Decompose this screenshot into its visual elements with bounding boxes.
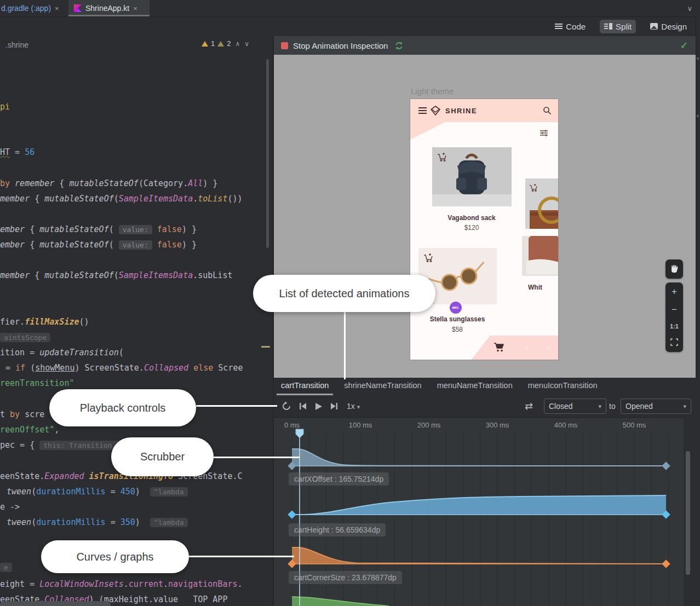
code-token: , xyxy=(54,425,59,435)
weak-warning-count: 2 xyxy=(227,39,231,48)
code-token: durationMillis xyxy=(36,487,105,497)
code-line[interactable]: member { mutableStateOf(SampleItemsData.… xyxy=(0,193,243,205)
code-token: showMenu xyxy=(35,363,74,373)
appbar-diagonal xyxy=(410,122,445,140)
code-token: member xyxy=(0,194,30,204)
code-line[interactable]: tween(durationMillis = 450) ^lambda xyxy=(7,486,188,498)
ruler-tick-label: 500 ms xyxy=(617,421,652,429)
play-button[interactable] xyxy=(314,402,323,411)
close-icon[interactable]: × xyxy=(55,4,59,13)
code-token: ^lambda xyxy=(150,518,188,527)
code-line[interactable]: pi xyxy=(0,101,10,113)
callout-bubble: Scrubber xyxy=(111,437,214,476)
code-token: ( xyxy=(114,194,119,204)
code-token: = xyxy=(106,517,121,527)
code-token: ( xyxy=(25,363,35,373)
code-token: = xyxy=(5,363,15,373)
stop-animation-inspection-button[interactable]: Stop Animation Inspection xyxy=(293,41,388,50)
zoom-to-fit-icon[interactable] xyxy=(670,338,678,348)
animation-tab-menuIconTransition[interactable]: menuIconTransition xyxy=(528,381,598,392)
curve-value-label: cartHeight : 56.659634dp xyxy=(289,523,386,536)
loop-button[interactable] xyxy=(282,401,291,411)
swap-states-icon[interactable]: ⇄ xyxy=(525,400,533,412)
playback-controls: 1x ▾ ⇄ Closed ▾ to Opened ▾ xyxy=(274,395,700,417)
code-token: ( xyxy=(109,240,119,250)
animation-tab-menuNameTransition[interactable]: menuNameTransition xyxy=(437,381,513,392)
code-token: t xyxy=(0,409,10,419)
code-line[interactable]: fier.fillMaxSize() xyxy=(0,316,89,328)
animation-panel-scrollbar[interactable] xyxy=(686,451,690,575)
code-line[interactable]: e -> xyxy=(0,501,20,513)
code-line[interactable]: ember { mutableStateOf( value: false) } xyxy=(0,223,197,235)
code-token: . xyxy=(238,579,243,589)
editor-scrollbar[interactable] xyxy=(266,59,269,248)
code-line[interactable]: reenTransition" xyxy=(0,377,74,389)
compose-preview-pane: Light theme SHRINE xyxy=(274,55,696,378)
tool-stripe-icon[interactable] xyxy=(697,57,699,60)
mode-label: Split xyxy=(616,22,632,31)
mode-design-button[interactable]: Design xyxy=(646,20,691,33)
mode-code-button[interactable]: Code xyxy=(550,20,590,33)
editor-tab-bar: d.gradle (:app) × ShrineApp.kt × xyxy=(0,0,700,17)
code-line[interactable]: member { mutableStateOf(SampleItemsData.… xyxy=(0,269,232,281)
callout-line xyxy=(344,312,346,379)
cart-bottom-bar[interactable] xyxy=(471,336,559,360)
code-token: ( xyxy=(31,517,36,527)
code-line[interactable]: by remember { mutableStateOf(Category.Al… xyxy=(0,177,217,189)
prev-issue-icon[interactable]: ∧ xyxy=(235,40,240,48)
mode-label: Code xyxy=(566,22,586,31)
add-to-cart-icon[interactable] xyxy=(423,253,433,263)
code-lines[interactable]: piHT = 56by remember { mutableStateOf(Ca… xyxy=(0,54,273,606)
animation-tab-shrineNameTransition[interactable]: shrineNameTransition xyxy=(344,381,421,392)
fold-marker[interactable] xyxy=(261,346,270,348)
animation-inspection-bar: Stop Animation Inspection ✓ xyxy=(274,36,700,55)
breadcrumb[interactable]: .shrine xyxy=(5,41,28,49)
filter-icon xyxy=(540,129,548,137)
code-line[interactable]: t by scre xyxy=(0,408,44,420)
refresh-icon[interactable] xyxy=(394,41,404,50)
product-image-pot xyxy=(522,236,559,276)
code-line[interactable]: eight = LocalWindowInsets.current.naviga… xyxy=(0,578,243,590)
animation-tab-cartTransition[interactable]: cartTransition xyxy=(281,381,329,392)
close-icon[interactable]: × xyxy=(133,4,137,13)
chevron-down-icon[interactable]: ∨ xyxy=(687,4,692,13)
code-token: 450 xyxy=(121,487,135,497)
to-state-dropdown[interactable]: Opened ▾ xyxy=(621,399,691,414)
code-line[interactable]: = if (showMenu) ScreenState.Collapsed el… xyxy=(5,362,243,374)
zoom-actual-size-button[interactable]: 1:1 xyxy=(670,324,679,330)
code-line[interactable]: tween(durationMillis = 350) ^lambda xyxy=(7,516,188,528)
zoom-out-button[interactable]: − xyxy=(672,305,677,314)
skip-to-start-button[interactable] xyxy=(299,402,307,410)
zoom-in-button[interactable]: + xyxy=(672,287,677,296)
inspection-widget[interactable]: 1 2 ∧ ∨ xyxy=(202,39,249,48)
code-line[interactable]: ition = updateTransition( xyxy=(0,347,124,359)
code-token: false xyxy=(157,224,182,234)
pan-tool-button[interactable] xyxy=(665,259,683,279)
add-to-cart-icon[interactable] xyxy=(437,152,447,162)
speed-value: 1x xyxy=(347,402,355,411)
tab-build-gradle[interactable]: d.gradle (:app) × xyxy=(0,0,59,16)
code-line[interactable]: pec = { this: Transition.S xyxy=(0,439,124,451)
mode-split-button[interactable]: Split xyxy=(600,20,636,33)
code-token: ( xyxy=(31,487,36,497)
playback-speed-select[interactable]: 1x ▾ xyxy=(347,402,360,411)
from-state-dropdown[interactable]: Closed ▾ xyxy=(544,399,606,414)
code-token: tween xyxy=(7,517,31,527)
add-to-cart-icon[interactable] xyxy=(529,183,538,192)
code-line[interactable]: ember { mutableStateOf( value: false) } xyxy=(0,239,197,251)
code-line[interactable]: e xyxy=(0,561,12,573)
tab-label: d.gradle (:app) xyxy=(1,4,51,13)
code-token xyxy=(152,224,157,234)
code-token: ition = xyxy=(0,348,39,357)
code-line[interactable]: aintsScope xyxy=(0,331,50,343)
tool-stripe-icon[interactable] xyxy=(697,115,699,117)
stop-icon[interactable] xyxy=(281,42,288,49)
code-token: SampleItemsData xyxy=(119,194,193,204)
code-line[interactable]: HT = 56 xyxy=(0,146,35,158)
code-token: 350 xyxy=(121,517,135,527)
skip-to-end-button[interactable] xyxy=(330,402,338,410)
code-line[interactable]: reenOffset", xyxy=(0,424,59,436)
tab-shrineapp-kt[interactable]: ShrineApp.kt × xyxy=(68,0,150,16)
next-issue-icon[interactable]: ∨ xyxy=(244,40,249,48)
menu-icon xyxy=(418,106,427,116)
